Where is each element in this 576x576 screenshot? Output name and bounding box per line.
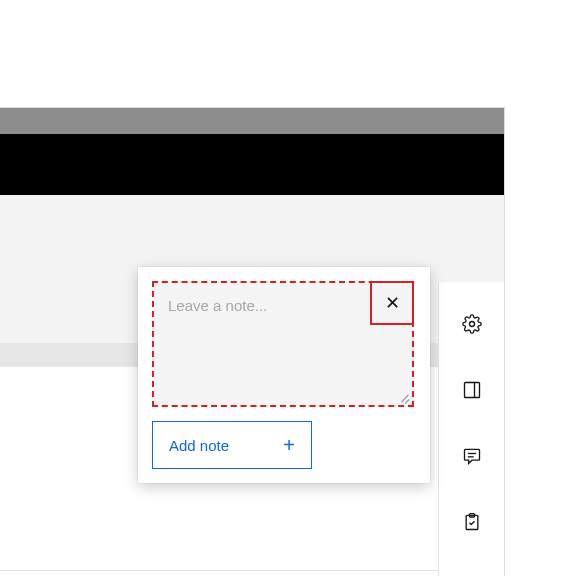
tasks-icon[interactable] [460, 510, 484, 534]
chat-icon[interactable] [460, 444, 484, 468]
svg-rect-1 [464, 383, 479, 398]
app-header [0, 134, 504, 195]
right-rail [438, 282, 504, 576]
close-icon[interactable]: ✕ [370, 281, 414, 325]
window-titlebar [0, 108, 504, 134]
note-textarea-container: ✕ [152, 281, 414, 407]
svg-point-0 [469, 322, 474, 327]
plus-icon: + [283, 435, 295, 455]
row-divider [0, 570, 439, 571]
settings-icon[interactable] [460, 312, 484, 336]
panel-icon[interactable] [460, 378, 484, 402]
resize-handle-icon[interactable] [399, 392, 409, 402]
note-popover: ✕ Add note + [138, 267, 430, 483]
add-note-button[interactable]: Add note + [152, 421, 312, 469]
add-note-label: Add note [169, 437, 229, 454]
